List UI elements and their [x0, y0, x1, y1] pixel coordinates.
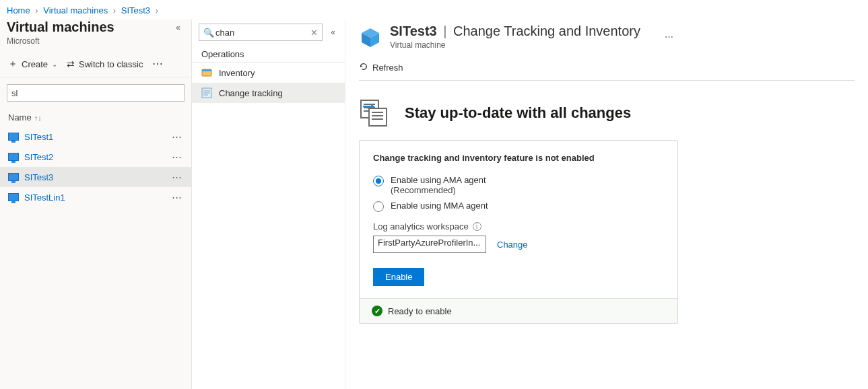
swap-icon: ⇄ — [67, 59, 75, 69]
radio-selected-icon — [373, 176, 384, 186]
check-circle-icon: ✓ — [372, 306, 382, 316]
vm-row-sitest1[interactable]: SITest1 ⋯ — [0, 127, 191, 147]
inventory-icon — [201, 67, 212, 78]
refresh-icon — [359, 62, 368, 73]
page-more-button[interactable]: ⋯ — [665, 32, 675, 42]
vm-link[interactable]: SITest2 — [24, 152, 53, 162]
vm-row-sitest3[interactable]: SITest3 ⋯ — [0, 167, 191, 187]
workspace-field-label: Log analytics workspace i — [373, 221, 664, 232]
vm-link[interactable]: SITest3 — [24, 172, 53, 182]
heading-feature-name: Change Tracking and Inventory — [453, 24, 640, 38]
vm-icon — [8, 133, 19, 141]
create-label: Create — [22, 59, 48, 69]
vm-scope-label: Microsoft — [7, 36, 183, 46]
breadcrumb-vm-list[interactable]: Virtual machines — [43, 5, 108, 15]
vm-link[interactable]: SITestLin1 — [24, 192, 65, 203]
radio-sub-ama: (Recommended) — [391, 185, 486, 195]
breadcrumb: Home › Virtual machines › SITest3 › — [0, 0, 868, 20]
create-button[interactable]: ＋ Create ⌄ — [8, 58, 57, 70]
switch-classic-button[interactable]: ⇄ Switch to classic — [67, 59, 143, 69]
workspace-label-text: Log analytics workspace — [373, 221, 469, 232]
clear-search-icon[interactable]: ✕ — [310, 28, 318, 38]
vm-icon — [8, 153, 19, 161]
collapse-left-panel[interactable]: « — [173, 20, 183, 35]
vm-row-sitest2[interactable]: SITest2 ⋯ — [0, 147, 191, 167]
vm-link[interactable]: SITest1 — [24, 132, 53, 142]
change-workspace-link[interactable]: Change — [497, 240, 528, 250]
resource-menu-search[interactable]: 🔍 chan ✕ — [199, 24, 323, 41]
resource-type-label: Virtual machine — [390, 40, 640, 50]
radio-label-mma: Enable using MMA agent — [391, 201, 488, 211]
card-status-footer: ✓ Ready to enable — [360, 298, 677, 323]
sort-asc-icon: ↑↓ — [34, 114, 42, 122]
nav-item-label: Change tracking — [219, 88, 283, 98]
chevron-down-icon: ⌄ — [52, 61, 57, 68]
info-icon[interactable]: i — [473, 222, 481, 231]
refresh-label: Refresh — [372, 63, 403, 73]
vm-row-more-button[interactable]: ⋯ — [172, 131, 183, 143]
vm-icon — [8, 173, 19, 181]
vm-row-more-button[interactable]: ⋯ — [172, 151, 183, 163]
vm-row-sitestlin1[interactable]: SITestLin1 ⋯ — [0, 187, 191, 207]
chevron-right-icon: › — [35, 5, 38, 15]
svg-rect-1 — [202, 69, 211, 71]
vm-icon — [8, 193, 19, 201]
change-tracking-icon — [201, 87, 212, 98]
nav-item-label: Inventory — [219, 68, 255, 78]
radio-enable-ama[interactable]: Enable using AMA agent (Recommended) — [373, 175, 664, 195]
plus-icon: ＋ — [8, 58, 18, 70]
radio-unselected-icon — [373, 201, 384, 212]
refresh-button[interactable]: Refresh — [359, 62, 403, 73]
column-header-label: Name — [8, 112, 32, 122]
vm-filter-input[interactable] — [7, 84, 185, 102]
vm-row-more-button[interactable]: ⋯ — [172, 191, 183, 203]
heading-resource-name: SITest3 — [390, 24, 437, 38]
breadcrumb-home[interactable]: Home — [7, 5, 30, 15]
vm-resource-icon — [359, 26, 382, 49]
column-header-name[interactable]: Name ↑↓ — [0, 108, 191, 127]
radio-enable-mma[interactable]: Enable using MMA agent — [373, 201, 664, 212]
vm-list-panel: Virtual machines « Microsoft ＋ Create ⌄ … — [0, 20, 192, 389]
page-title: Virtual machines — [7, 20, 114, 35]
vm-row-more-button[interactable]: ⋯ — [172, 171, 183, 183]
page-heading: SITest3 | Change Tracking and Inventory — [390, 24, 640, 39]
vm-list: SITest1 ⋯ SITest2 ⋯ SITest3 ⋯ — [0, 127, 191, 207]
collapse-nav-panel[interactable]: « — [328, 25, 338, 40]
toolbar-more-button[interactable]: ⋯ — [152, 59, 164, 69]
nav-item-change-tracking[interactable]: Change tracking — [192, 83, 345, 103]
resource-menu-search-value: chan — [215, 28, 234, 38]
enable-card: Change tracking and inventory feature is… — [359, 140, 678, 324]
search-icon: 🔍 — [203, 28, 214, 38]
hero-title: Stay up-to-date with all changes — [405, 104, 631, 122]
card-heading: Change tracking and inventory feature is… — [373, 153, 664, 163]
chevron-right-icon: › — [156, 5, 158, 15]
enable-button[interactable]: Enable — [373, 268, 424, 286]
status-text: Ready to enable — [388, 306, 452, 316]
main-content: SITest3 | Change Tracking and Inventory … — [345, 20, 868, 389]
switch-label: Switch to classic — [79, 59, 143, 69]
workspace-input[interactable]: FirstPartyAzureProfilerIn... — [373, 236, 486, 253]
breadcrumb-vm-name[interactable]: SITest3 — [121, 5, 150, 15]
resource-nav-panel: 🔍 chan ✕ « Operations Inventory Change t… — [192, 20, 345, 389]
command-bar: Refresh — [359, 54, 855, 81]
radio-label-ama: Enable using AMA agent — [391, 175, 486, 185]
change-list-icon — [359, 98, 389, 128]
nav-section-operations: Operations — [192, 45, 345, 63]
svg-rect-13 — [369, 108, 387, 126]
nav-item-inventory[interactable]: Inventory — [192, 63, 345, 83]
chevron-right-icon: › — [113, 5, 116, 15]
